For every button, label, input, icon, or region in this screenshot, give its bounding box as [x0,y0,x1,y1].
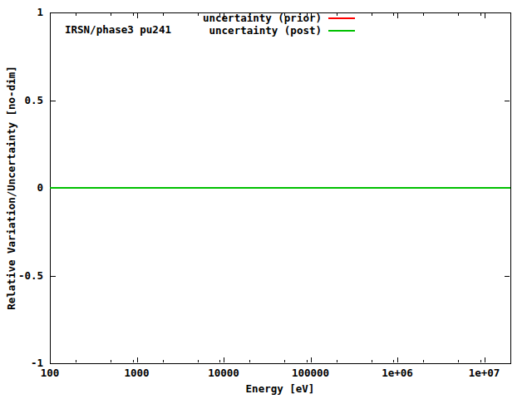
legend-line-sample-post [328,30,355,32]
x-tick-label: 100000 [278,367,344,379]
legend-label-post: uncertainty (post) [209,24,322,37]
x-tick-label: 100 [17,367,83,379]
legend-label-prior: uncertainty (prior) [203,12,322,24]
legend: uncertainty (prior) uncertainty (post) [0,12,355,37]
x-tick-label: 1000 [104,367,170,379]
y-axis-title: Relative Variation/Uncertainty [no-dim] [6,66,17,310]
legend-entry-post: uncertainty (post) [0,24,355,37]
legend-line-sample-prior [328,17,355,19]
plot-area [0,0,532,399]
x-tick-label: 1e+07 [451,367,518,379]
legend-entry-prior: uncertainty (prior) [0,12,355,24]
gnuplot-chart: 1001000100001000001e+061e+0710.50-0.5-1 … [0,0,532,399]
x-tick-label: 10000 [190,367,257,379]
y-tick-label: -1 [0,357,43,369]
x-axis-title: Energy [eV] [50,383,510,395]
x-tick-label: 1e+06 [364,367,431,379]
